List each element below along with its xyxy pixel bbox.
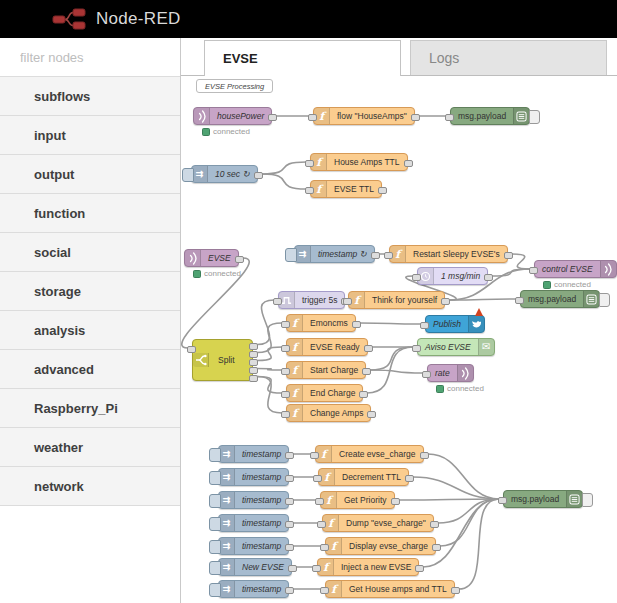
port-output[interactable] [441,298,450,305]
port-output[interactable] [268,114,277,121]
port-input[interactable] [412,345,421,352]
port-input[interactable] [281,368,290,375]
flow-node-tsMid[interactable]: ⇉timestamp ↻ [294,245,375,263]
inject-button[interactable] [209,583,221,597]
flow-node-ts3[interactable]: ⇉timestamp [218,491,289,509]
debug-toggle-button[interactable] [582,493,593,507]
flow-node-rate[interactable]: rateconnected [427,364,474,382]
filter-nodes-input[interactable] [0,38,180,76]
sidebar-item-network[interactable]: network [0,467,180,506]
flow-node-ts6[interactable]: ⇉New EVSE [218,558,292,576]
port-input[interactable] [281,391,290,398]
flow-node-fn4[interactable]: fDump "evse_charge" [322,514,434,532]
port-output[interactable] [352,321,361,328]
debug-toggle-button[interactable] [599,293,610,307]
inject-button[interactable] [285,248,297,262]
sidebar-item-advanced[interactable]: advanced [0,350,180,389]
flow-node-ts5[interactable]: ⇉timestamp [218,537,289,555]
flow-node-emoncms[interactable]: fEmoncms [286,314,356,332]
port-output[interactable] [285,544,294,551]
flow-node-fn7[interactable]: fGet House amps and TTL [325,580,455,598]
port-input[interactable] [313,475,322,482]
port-output[interactable] [285,498,294,505]
flow-node-msgBottom[interactable]: msg.payload [503,490,583,508]
flow-node-msgTop[interactable]: msg.payload [450,107,530,125]
port-input[interactable] [281,345,290,352]
port-input[interactable] [384,252,393,259]
port-output-2[interactable] [249,359,258,366]
port-output[interactable] [254,172,263,179]
flow-node-msgMid[interactable]: msg.payload [520,290,600,308]
flow-node-ts1[interactable]: ⇉timestamp [218,445,289,463]
port-input[interactable] [310,452,319,459]
sidebar-item-output[interactable]: output [0,155,180,194]
flow-node-houseAmpsTTL[interactable]: fHouse Amps TTL [310,153,408,171]
port-output[interactable] [504,252,513,259]
inject-button[interactable] [209,448,221,462]
flow-node-comment[interactable]: EVSE Processing [196,79,273,93]
sidebar-item-function[interactable]: function [0,194,180,233]
port-input[interactable] [343,298,352,305]
flow-node-evse[interactable]: EVSEconnected [184,249,239,267]
sidebar-item-storage[interactable]: storage [0,272,180,311]
sidebar-item-weather[interactable]: weather [0,428,180,467]
inject-button[interactable] [182,168,194,182]
flow-node-changeAmps[interactable]: fChange Amps [286,404,371,422]
inject-button[interactable] [209,471,221,485]
flow-node-think[interactable]: fThink for yourself [348,291,445,309]
flow-node-split[interactable]: Split [192,339,253,381]
port-output[interactable] [359,391,368,398]
flow-node-msgmin[interactable]: 1 msg/min [417,267,488,285]
port-output[interactable] [415,565,424,572]
flow-node-restart[interactable]: fRestart Sleepy EVSE's [389,245,508,263]
port-output[interactable] [235,256,244,263]
port-input[interactable] [317,521,326,528]
port-output[interactable] [364,345,373,352]
port-input[interactable] [498,497,507,504]
sidebar-item-subflows[interactable]: subflows [0,77,180,116]
inject-button[interactable] [209,540,221,554]
port-input[interactable] [445,114,454,121]
port-output[interactable] [411,114,420,121]
port-input[interactable] [187,346,196,353]
flow-node-trigger5s[interactable]: trigger 5s [278,291,345,309]
sidebar-item-social[interactable]: social [0,233,180,272]
port-output[interactable] [371,252,380,259]
port-output[interactable] [405,475,414,482]
flow-node-evseTTL[interactable]: fEVSE TTL [310,180,382,198]
port-output[interactable] [451,587,460,594]
port-output[interactable] [420,452,429,459]
port-output[interactable] [362,368,371,375]
port-input[interactable] [422,371,431,378]
port-output[interactable] [391,498,400,505]
port-input[interactable] [412,274,421,281]
flow-node-ts4[interactable]: ⇉timestamp [218,514,289,532]
port-input[interactable] [515,297,524,304]
sidebar-item-analysis[interactable]: analysis [0,311,180,350]
port-input[interactable] [273,298,282,305]
port-output[interactable] [484,274,493,281]
flow-node-startCharge[interactable]: fStart Charge [286,361,366,379]
port-output-1[interactable] [249,351,258,358]
port-output[interactable] [404,160,413,167]
port-output[interactable] [285,587,294,594]
flow-node-fn5[interactable]: fDisplay evse_charge [325,537,436,555]
flow-node-endCharge[interactable]: fEnd Charge [286,384,363,402]
port-output-0[interactable] [249,343,258,350]
port-input[interactable] [420,322,429,329]
port-output-3[interactable] [249,367,258,374]
flow-node-controlEVSE[interactable]: control EVSEconnected [534,260,617,278]
port-input[interactable] [529,267,538,274]
flow-node-fn1[interactable]: fCreate evse_charge [315,445,424,463]
port-input[interactable] [305,187,314,194]
inject-button[interactable] [209,494,221,508]
port-input[interactable] [315,498,324,505]
inject-button[interactable] [209,561,221,575]
inject-button[interactable] [209,517,221,531]
port-output[interactable] [432,544,441,551]
port-input[interactable] [308,114,317,121]
flow-node-aviso[interactable]: Aviso EVSE✉ [417,338,495,356]
port-output[interactable] [367,411,376,418]
port-output-4[interactable] [249,375,258,382]
port-output[interactable] [285,452,294,459]
